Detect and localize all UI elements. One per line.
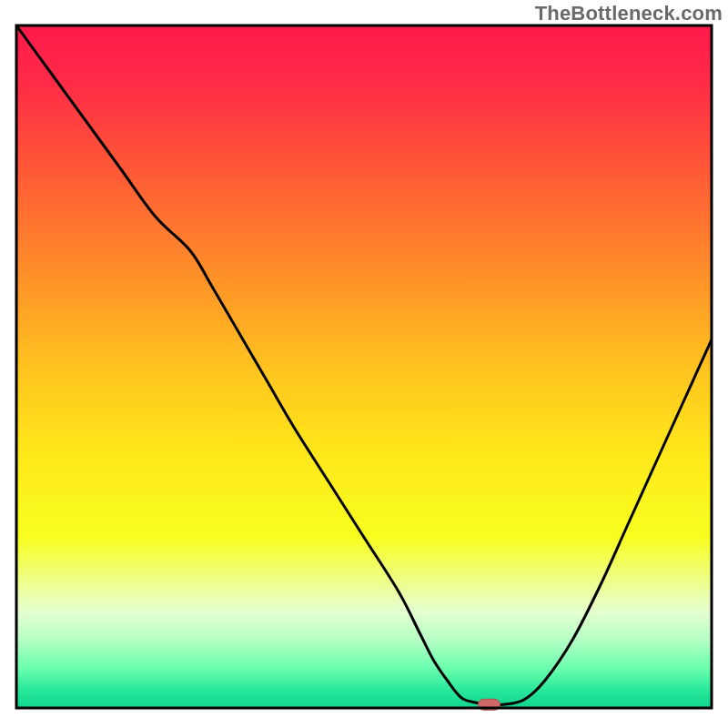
chart-container: { "watermark": "TheBottleneck.com", "col… [0, 0, 728, 728]
bottleneck-chart [0, 0, 728, 728]
gradient-background [16, 25, 712, 708]
